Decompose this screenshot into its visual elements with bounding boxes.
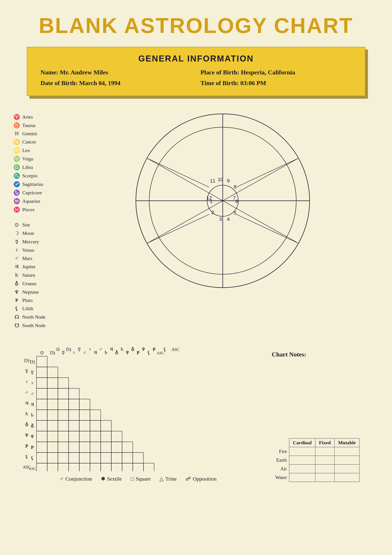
- svg-text:♀: ♀: [88, 346, 92, 352]
- north-node-symbol: ☊: [13, 314, 20, 320]
- legend-south-node: ☋ South Node: [13, 322, 62, 329]
- svg-text:♃: ♃: [93, 350, 98, 355]
- neptune-label: Neptune: [22, 289, 39, 295]
- cancer-symbol: ♋: [13, 139, 20, 145]
- legend-leo: ♌ Leo: [13, 147, 62, 153]
- svg-rect-61: [69, 399, 79, 410]
- taurus-symbol: ♉: [13, 122, 20, 129]
- svg-text:10: 10: [218, 177, 223, 182]
- venus-label: Venus: [22, 247, 34, 253]
- svg-text:12: 12: [206, 195, 212, 201]
- aquarius-label: Aquarius: [22, 198, 40, 204]
- svg-rect-52: [47, 378, 58, 388]
- info-box-title: GENERAL INFORMATION: [41, 54, 351, 64]
- scorpio-label: Scorpio: [22, 173, 37, 179]
- trine-label: Trine: [165, 476, 177, 482]
- svg-text:⚸: ⚸: [147, 350, 151, 355]
- svg-rect-94: [47, 453, 58, 463]
- legend-taurus: ♉ Taurus: [13, 122, 62, 129]
- tob-field: Time of Birth: 03:06 PM: [200, 80, 351, 87]
- svg-text:♃: ♃: [30, 402, 35, 407]
- svg-rect-74: [90, 420, 101, 431]
- air-row: Air: [272, 465, 359, 473]
- south-node-symbol: ☋: [13, 322, 20, 329]
- svg-text:♄: ♄: [24, 411, 29, 417]
- aspect-grid-area: .grid-sym { font-size: 22px; font-family…: [13, 342, 263, 482]
- pluto-label: Pluto: [22, 297, 33, 303]
- pob-value: Hesperia, California: [241, 69, 295, 76]
- svg-text:♀: ♀: [25, 379, 29, 385]
- svg-rect-87: [69, 442, 79, 453]
- svg-rect-67: [79, 410, 90, 420]
- libra-label: Libra: [22, 164, 33, 170]
- svg-rect-81: [90, 431, 101, 442]
- svg-rect-89: [90, 442, 101, 453]
- svg-text:⛢: ⛢: [30, 423, 34, 429]
- pob-label: Place of Birth:: [200, 69, 239, 76]
- conjunction-label: Conjunction: [65, 476, 92, 482]
- svg-text:2: 2: [211, 210, 214, 215]
- svg-rect-103: [36, 463, 47, 471]
- svg-text:☿: ☿: [31, 370, 34, 375]
- svg-text:⚸: ⚸: [25, 454, 29, 460]
- svg-text:9: 9: [227, 178, 230, 183]
- earth-mutable: [334, 456, 359, 465]
- svg-text:☿: ☿: [78, 346, 81, 352]
- opposition-symbol: ☍: [186, 476, 191, 482]
- name-value: Mr. Andrew Miles: [60, 69, 108, 76]
- svg-text:♂: ♂: [25, 390, 29, 395]
- legend-venus: ♀ Venus: [13, 247, 62, 253]
- water-label: Water: [272, 473, 289, 482]
- cancer-label: Cancer: [22, 139, 36, 145]
- sun-symbol: ⊙: [13, 222, 20, 228]
- taurus-label: Taurus: [22, 123, 36, 128]
- dob-value: March 04, 1994: [79, 80, 120, 87]
- tob-label: Time of Birth:: [200, 80, 239, 87]
- general-info-section: GENERAL INFORMATION Name: Mr. Andrew Mil…: [27, 47, 365, 96]
- svg-text:♃: ♃: [109, 346, 114, 352]
- svg-text:P: P: [137, 350, 139, 355]
- svg-rect-55: [47, 388, 58, 399]
- legend-aries: ♈ Aries: [13, 114, 62, 120]
- svg-rect-78: [58, 431, 69, 442]
- fire-cardinal: [289, 447, 315, 456]
- opposition-label: Opposition: [193, 476, 217, 482]
- svg-text:D): D): [66, 346, 71, 352]
- svg-rect-76: [36, 431, 47, 442]
- legend-gemini: ℍ Gemini: [13, 131, 62, 137]
- mars-symbol: ♂: [13, 255, 20, 261]
- legend-pluto: P Pluto: [13, 297, 62, 303]
- legend-uranus: ⛢ Uranus: [13, 280, 62, 287]
- virgo-symbol: ♍: [13, 156, 20, 162]
- svg-rect-77: [47, 431, 58, 442]
- jupiter-label: Jupiter: [22, 264, 36, 270]
- svg-rect-100: [111, 453, 122, 463]
- leo-label: Leo: [22, 147, 30, 153]
- saturn-label: Saturn: [22, 272, 35, 278]
- bottom-section: .grid-sym { font-size: 22px; font-family…: [0, 337, 392, 495]
- page-title: BLANK ASTROLOGY CHART: [0, 0, 392, 47]
- svg-rect-82: [101, 431, 111, 442]
- air-cardinal: [289, 465, 315, 473]
- svg-text:ASC: ASC: [157, 351, 164, 355]
- svg-rect-62: [79, 399, 90, 410]
- svg-rect-98: [90, 453, 101, 463]
- svg-rect-69: [36, 420, 47, 431]
- legend-libra: ♎ Libra: [13, 164, 62, 170]
- air-mutable: [334, 465, 359, 473]
- svg-rect-83: [111, 431, 122, 442]
- svg-text:♄: ♄: [120, 346, 124, 352]
- right-panel: Chart Notes: Cardinal Fixed Mutable Fire: [272, 342, 379, 482]
- svg-text:☿: ☿: [25, 368, 28, 374]
- scorpio-symbol: ♏: [13, 173, 20, 179]
- svg-text:♆: ♆: [30, 434, 35, 439]
- elements-table-container: Cardinal Fixed Mutable Fire Ea: [272, 394, 379, 482]
- sun-label: Sun: [22, 222, 30, 228]
- sagittarius-symbol: ♐: [13, 181, 20, 187]
- chart-area: 1 2 3 4 5 6 7 8 9 10 11 12: [67, 110, 379, 337]
- astrology-chart: 1 2 3 4 5 6 7 8 9 10 11 12: [131, 110, 314, 292]
- svg-rect-96: [69, 453, 79, 463]
- square-legend: □ Square: [131, 476, 151, 482]
- pisces-symbol: ♓: [13, 206, 20, 213]
- aquarius-symbol: ♒: [13, 198, 20, 204]
